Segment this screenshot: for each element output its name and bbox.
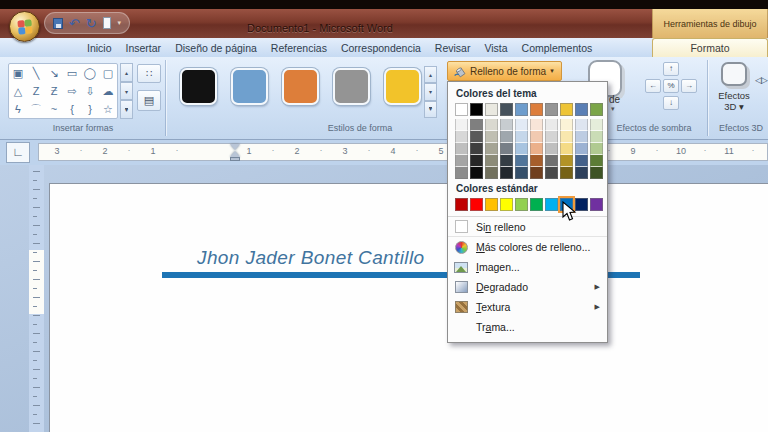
tab-revisar[interactable]: Revisar (428, 38, 478, 57)
menu-item-no-fill[interactable]: Sin relleno (448, 217, 607, 237)
tab-inicio[interactable]: Inicio (80, 38, 119, 57)
rotate-3d-icon[interactable]: ◁▷ (755, 75, 767, 85)
theme-shade-swatch[interactable] (530, 143, 543, 155)
shape-style-orange[interactable] (282, 68, 319, 105)
scroll-down-icon[interactable]: ▾ (120, 82, 133, 101)
theme-color-accent-yellow[interactable] (560, 103, 573, 116)
scroll-down-icon[interactable]: ▾ (424, 83, 437, 100)
theme-shade-swatch[interactable] (590, 119, 603, 131)
theme-shade-swatch[interactable] (545, 143, 558, 155)
standard-color-light-blue[interactable] (545, 198, 558, 211)
theme-shade-swatch[interactable] (470, 143, 483, 155)
tab-insertar[interactable]: Insertar (119, 38, 169, 57)
theme-shade-swatch[interactable] (485, 131, 498, 143)
shape-style-black[interactable] (180, 68, 217, 105)
shape-picture-placeholder-icon[interactable]: ▣ (9, 64, 27, 82)
left-indent-marker[interactable] (230, 157, 240, 161)
theme-shade-swatch[interactable] (575, 119, 588, 131)
theme-shade-swatch[interactable] (515, 167, 528, 179)
gallery-more-icon[interactable]: ▾ (424, 101, 437, 118)
theme-shade-swatch[interactable] (455, 167, 468, 179)
text-box-button[interactable]: ▤ (137, 90, 161, 111)
theme-color-light-gray[interactable] (485, 103, 498, 116)
redo-icon[interactable]: ↻ (86, 17, 97, 30)
tab-correspondencia[interactable]: Correspondencia (334, 38, 428, 57)
theme-shade-swatch[interactable] (590, 167, 603, 179)
theme-shade-swatch[interactable] (515, 143, 528, 155)
theme-shade-swatch[interactable] (515, 155, 528, 167)
theme-color-dark-slate[interactable] (500, 103, 513, 116)
tab-formato[interactable]: Formato (652, 38, 768, 57)
gallery-more-icon[interactable]: ▾ (120, 100, 133, 119)
undo-icon[interactable]: ↶ (69, 17, 80, 30)
theme-shade-swatch[interactable] (590, 143, 603, 155)
theme-shade-swatch[interactable] (560, 119, 573, 131)
document-title-text[interactable]: Jhon Jader Bonet Cantillo (197, 247, 425, 269)
theme-shade-swatch[interactable] (530, 167, 543, 179)
nudge-shadow-up-button[interactable]: ↑ (663, 62, 679, 76)
office-button[interactable] (9, 11, 40, 42)
shape-triangle-icon[interactable]: △ (9, 82, 27, 100)
shape-line-icon[interactable]: ╲ (27, 64, 45, 82)
tab-complementos[interactable]: Complementos (515, 38, 600, 57)
theme-shade-swatch[interactable] (560, 131, 573, 143)
theme-shade-swatch[interactable] (500, 131, 513, 143)
theme-shade-swatch[interactable] (470, 167, 483, 179)
shape-arrow-down-icon[interactable]: ⇩ (81, 82, 99, 100)
scroll-up-icon[interactable]: ▴ (120, 63, 133, 82)
menu-item-more-fill-colors[interactable]: Más colores de relleno... (448, 237, 607, 257)
standard-color-dark-red[interactable] (455, 198, 468, 211)
shape-style-blue[interactable] (231, 68, 268, 105)
shadow-effects-button[interactable]: de ▾ (609, 94, 620, 113)
menu-item-picture[interactable]: Imagen... (448, 257, 607, 277)
theme-shade-swatch[interactable] (560, 143, 573, 155)
standard-color-green[interactable] (530, 198, 543, 211)
theme-color-accent-blue[interactable] (515, 103, 528, 116)
theme-shade-swatch[interactable] (485, 167, 498, 179)
shape-arrow-line-icon[interactable]: ↘ (45, 64, 63, 82)
theme-shade-swatch[interactable] (500, 155, 513, 167)
theme-shade-swatch[interactable] (500, 119, 513, 131)
shape-brace-right-icon[interactable]: } (81, 100, 99, 118)
effects-3d-button[interactable]: Efectos 3D ▾ (712, 60, 756, 120)
theme-shade-swatch[interactable] (530, 131, 543, 143)
theme-shade-swatch[interactable] (530, 119, 543, 131)
shape-oval-icon[interactable]: ◯ (81, 64, 99, 82)
first-line-indent-marker[interactable] (230, 144, 240, 150)
theme-shade-swatch[interactable] (455, 131, 468, 143)
nudge-shadow-right-button[interactable]: → (681, 79, 697, 93)
tab-dise-o-de-p-gina[interactable]: Diseño de página (168, 38, 264, 57)
theme-shade-swatch[interactable] (590, 131, 603, 143)
shape-star-icon[interactable]: ☆ (99, 100, 117, 118)
theme-shade-swatch[interactable] (485, 143, 498, 155)
theme-color-black[interactable] (470, 103, 483, 116)
theme-shade-swatch[interactable] (590, 155, 603, 167)
shape-arc-icon[interactable]: ⌒ (27, 100, 45, 118)
tab-vista[interactable]: Vista (477, 38, 514, 57)
shape-style-gray[interactable] (333, 68, 370, 105)
theme-shade-swatch[interactable] (575, 131, 588, 143)
shape-arrow-right-icon[interactable]: ⇨ (63, 82, 81, 100)
standard-color-light-green[interactable] (515, 198, 528, 211)
nudge-shadow-left-button[interactable]: ← (645, 79, 661, 93)
theme-color-accent-green[interactable] (590, 103, 603, 116)
scroll-up-icon[interactable]: ▴ (424, 66, 437, 83)
shape-rectangle-icon[interactable]: ▭ (63, 64, 81, 82)
theme-shade-swatch[interactable] (545, 167, 558, 179)
theme-shade-swatch[interactable] (575, 167, 588, 179)
new-document-icon[interactable] (103, 17, 112, 29)
theme-shade-swatch[interactable] (545, 131, 558, 143)
theme-shade-swatch[interactable] (500, 143, 513, 155)
standard-color-yellow[interactable] (500, 198, 513, 211)
shape-rounded-rectangle-icon[interactable]: ▢ (99, 64, 117, 82)
theme-shade-swatch[interactable] (470, 131, 483, 143)
theme-shade-swatch[interactable] (455, 143, 468, 155)
menu-item-gradient[interactable]: Degradado▶ (448, 277, 607, 297)
theme-color-white[interactable] (455, 103, 468, 116)
hanging-indent-marker[interactable] (230, 151, 240, 157)
shape-brace-left-icon[interactable]: { (63, 100, 81, 118)
save-icon[interactable] (53, 18, 63, 29)
theme-color-accent-blue2[interactable] (575, 103, 588, 116)
nudge-shadow-down-button[interactable]: ↓ (663, 96, 679, 110)
tab-stop-selector[interactable]: ∟ (6, 142, 30, 163)
